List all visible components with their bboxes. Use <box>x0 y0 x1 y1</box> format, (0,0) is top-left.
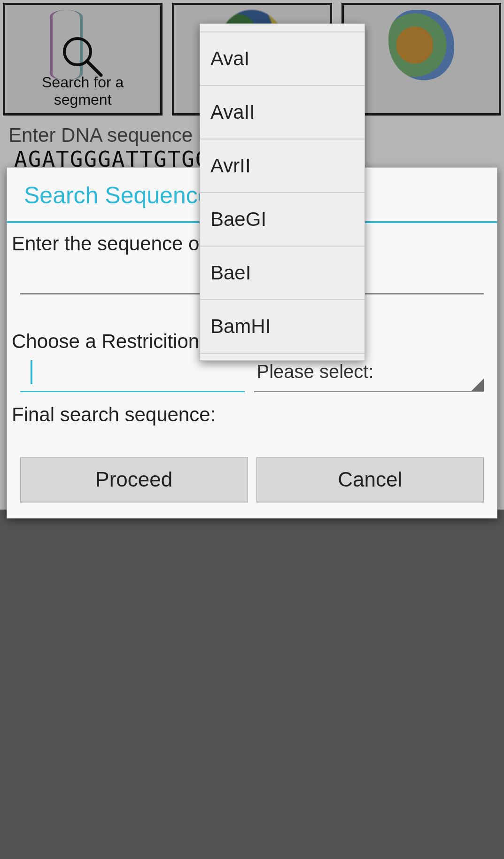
dropdown-indicator-icon <box>472 379 484 391</box>
dropdown-item-label: AvaI <box>210 47 249 70</box>
enzyme-spinner[interactable]: Please select: <box>254 356 484 392</box>
ribosome-image <box>388 10 454 80</box>
enzyme-filter-input[interactable] <box>20 356 245 392</box>
dropdown-item-bamhi[interactable]: BamHI <box>200 300 364 354</box>
dropdown-item-baei[interactable]: BaeI <box>200 247 364 300</box>
dropdown-item-label: BamHI <box>210 315 271 338</box>
tool-card-third[interactable] <box>341 3 501 116</box>
dropdown-item-label: BaeI <box>210 262 251 284</box>
dropdown-item-partial[interactable] <box>200 354 364 358</box>
text-cursor <box>31 360 32 384</box>
proceed-button-label: Proceed <box>95 468 172 491</box>
dropdown-item-avai[interactable]: AvaI <box>200 32 364 86</box>
dropdown-item-label: BaeGI <box>210 208 266 231</box>
proceed-button[interactable]: Proceed <box>20 457 248 502</box>
dropdown-item-label: AvaII <box>210 101 255 124</box>
dropdown-item-baegi[interactable]: BaeGI <box>200 193 364 247</box>
cancel-button[interactable]: Cancel <box>256 457 484 502</box>
spinner-placeholder: Please select: <box>257 361 374 382</box>
search-icon <box>62 36 104 78</box>
dropdown-item-avrii[interactable]: AvrII <box>200 139 364 193</box>
final-sequence-label: Final search sequence: <box>12 395 492 429</box>
enzyme-dropdown-popup: AvaI AvaII AvrII BaeGI BaeI BamHI <box>200 23 365 361</box>
final-sequence-value <box>12 429 492 448</box>
dna-helix-image <box>50 10 116 80</box>
dropdown-item-partial[interactable] <box>200 28 364 32</box>
dropdown-item-avaii[interactable]: AvaII <box>200 86 364 139</box>
background-fill <box>0 510 504 859</box>
cancel-button-label: Cancel <box>338 468 402 491</box>
dropdown-item-label: AvrII <box>210 155 251 177</box>
svg-line-1 <box>87 61 101 75</box>
tool-card-search-segment[interactable]: Search for a segment <box>3 3 163 116</box>
